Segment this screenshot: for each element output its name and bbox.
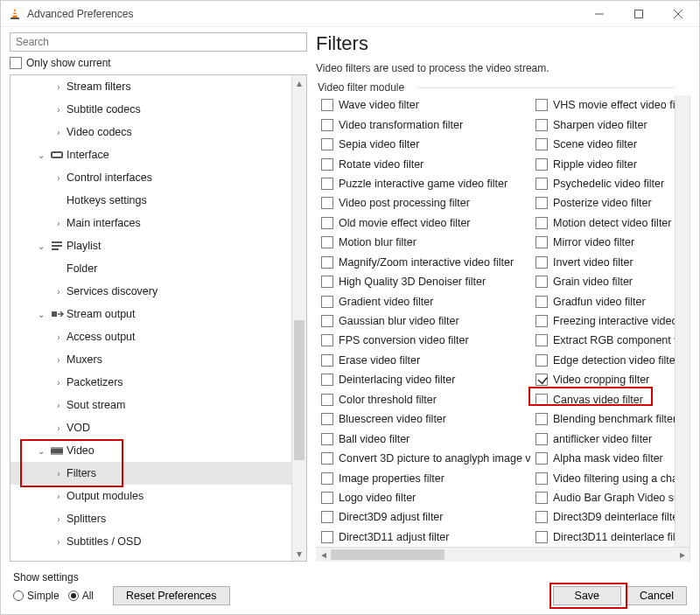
maximize-button[interactable] — [619, 1, 658, 27]
radio-simple[interactable]: Simple — [13, 590, 60, 602]
filter-checkbox[interactable]: Video filtering using a chain — [530, 468, 690, 487]
tree-item-subtitle-codecs[interactable]: ›Subtitle codecs — [10, 98, 291, 121]
checkbox-icon — [536, 119, 548, 131]
tree-item-label: Main interfaces — [66, 217, 141, 229]
tree-item-sout-stream[interactable]: ›Sout stream — [10, 394, 291, 416]
filter-checkbox[interactable]: Scene video filter — [530, 135, 690, 154]
titlebar: Advanced Preferences — [1, 1, 699, 27]
filter-checkbox[interactable]: Image properties filter — [316, 468, 530, 487]
filter-checkbox[interactable]: Logo video filter — [316, 488, 530, 507]
filter-checkbox[interactable]: Grain video filter — [530, 272, 690, 291]
filter-checkbox[interactable]: Direct3D9 adjust filter — [316, 507, 530, 527]
filters-h-scrollbar[interactable]: ◂ ▸ — [316, 547, 690, 562]
tree-scrollbar[interactable]: ▴ ▾ — [291, 75, 306, 561]
tree-item-playlist[interactable]: ⌄Playlist — [10, 234, 291, 257]
filter-checkbox[interactable]: Mirror video filter — [530, 233, 690, 252]
filter-checkbox[interactable]: Bluescreen video filter — [316, 409, 530, 429]
tree-item-interface[interactable]: ⌄Interface — [10, 143, 291, 166]
filter-checkbox[interactable]: Direct3D9 deinterlace filter — [530, 507, 690, 527]
tree-item-hotkeys-settings[interactable]: Hotkeys settings — [10, 189, 291, 212]
tree-item-control-interfaces[interactable]: ›Control interfaces — [10, 166, 291, 189]
checkbox-icon — [536, 354, 548, 367]
filter-checkbox[interactable]: Puzzle interactive game video filter — [316, 174, 530, 193]
filter-checkbox[interactable]: Magnify/Zoom interactive video filter — [316, 253, 530, 272]
scroll-left-icon[interactable]: ◂ — [316, 548, 331, 563]
filter-checkbox[interactable]: Direct3D11 deinterlace filte — [530, 528, 690, 547]
filter-checkbox[interactable]: Invert video filter — [530, 253, 690, 272]
filter-checkbox[interactable]: FPS conversion video filter — [316, 331, 530, 350]
filter-checkbox[interactable]: Wave video filter — [316, 95, 530, 115]
close-button[interactable] — [658, 1, 697, 27]
tree-item-folder[interactable]: Folder — [10, 257, 291, 280]
tree-item-packetizers[interactable]: ›Packetizers — [10, 371, 291, 394]
filter-checkbox[interactable]: Sharpen video filter — [530, 115, 690, 134]
tree-item-vod[interactable]: ›VOD — [10, 416, 291, 439]
filter-checkbox[interactable]: Motion detect video filter — [530, 213, 690, 233]
tree-item-main-interfaces[interactable]: ›Main interfaces — [10, 212, 291, 234]
filters-v-scrollbar[interactable] — [675, 95, 690, 547]
checkbox-icon — [536, 296, 548, 308]
only-show-current-checkbox[interactable]: Only show current — [10, 57, 307, 69]
scrollbar-thumb[interactable] — [294, 320, 304, 460]
filter-checkbox[interactable]: Direct3D11 adjust filter — [316, 528, 530, 547]
filter-checkbox[interactable]: Rotate video filter — [316, 154, 530, 173]
filter-checkbox[interactable]: Convert 3D picture to anaglyph image vid… — [316, 449, 530, 468]
filter-checkbox[interactable]: Deinterlacing video filter — [316, 370, 530, 389]
scroll-up-icon[interactable]: ▴ — [292, 75, 306, 90]
tree-item-output-modules[interactable]: ›Output modules — [10, 485, 291, 507]
tree-item-stream-filters[interactable]: ›Stream filters — [10, 75, 291, 98]
filter-checkbox[interactable]: Gaussian blur video filter — [316, 311, 530, 331]
tree-item-video[interactable]: ⌄Video — [10, 439, 291, 462]
filter-checkbox[interactable]: Psychedelic video filter — [530, 174, 690, 193]
filter-checkbox[interactable]: Old movie effect video filter — [316, 213, 530, 233]
filter-checkbox[interactable]: Audio Bar Graph Video sub s — [530, 488, 690, 507]
scroll-right-icon[interactable]: ▸ — [675, 548, 690, 563]
tree-item-muxers[interactable]: ›Muxers — [10, 348, 291, 371]
filter-checkbox[interactable]: Color threshold filter — [316, 390, 530, 409]
tree-item-video-codecs[interactable]: ›Video codecs — [10, 121, 291, 143]
tree-item-subtitles-osd[interactable]: ›Subtitles / OSD — [10, 530, 291, 553]
filter-checkbox[interactable]: Ripple video filter — [530, 154, 690, 173]
filter-checkbox[interactable]: Sepia video filter — [316, 135, 530, 154]
page-title: Filters — [316, 32, 690, 55]
filter-checkbox[interactable]: Gradient video filter — [316, 291, 530, 311]
filter-checkbox[interactable]: Erase video filter — [316, 351, 530, 370]
tree-item-filters[interactable]: ›Filters — [10, 462, 291, 485]
radio-all[interactable]: All — [68, 590, 94, 602]
tree-item-stream-output[interactable]: ⌄Stream output — [10, 303, 291, 325]
filter-checkbox[interactable]: Blending benchmark filter — [530, 409, 690, 429]
filter-checkbox[interactable]: Video transformation filter — [316, 115, 530, 134]
save-button[interactable]: Save — [553, 586, 622, 605]
reset-preferences-button[interactable]: Reset Preferences — [113, 586, 230, 605]
filter-checkbox[interactable]: Video post processing filter — [316, 193, 530, 213]
filter-checkbox[interactable]: Posterize video filter — [530, 193, 690, 213]
tree-item-label: Control interfaces — [66, 171, 152, 184]
checkbox-icon — [536, 472, 548, 485]
scroll-down-icon[interactable]: ▾ — [292, 546, 306, 561]
filter-checkbox[interactable]: Edge detection video filter — [530, 351, 690, 370]
filter-checkbox[interactable]: High Quality 3D Denoiser filter — [316, 272, 530, 291]
show-settings-label: Show settings — [13, 571, 230, 584]
filter-checkbox[interactable]: Canvas video filter — [530, 390, 690, 409]
search-input[interactable] — [10, 32, 307, 52]
filter-checkbox[interactable]: Video cropping filter — [530, 370, 690, 389]
filter-checkbox[interactable]: Ball video filter — [316, 429, 530, 448]
tree-item-splitters[interactable]: ›Splitters — [10, 507, 291, 530]
minimize-button[interactable] — [579, 1, 619, 27]
radio-icon — [68, 591, 79, 601]
filter-checkbox[interactable]: Freezing interactive video fi — [530, 311, 690, 331]
filter-checkbox[interactable]: Extract RGB component vid — [530, 331, 690, 350]
cancel-button[interactable]: Cancel — [626, 586, 687, 605]
filter-checkbox[interactable]: antiflicker video filter — [530, 429, 690, 448]
filter-label: Psychedelic video filter — [553, 178, 664, 190]
filter-checkbox[interactable]: Motion blur filter — [316, 233, 530, 252]
checkbox-icon — [10, 57, 22, 69]
tree-item-services-discovery[interactable]: ›Services discovery — [10, 280, 291, 303]
filter-checkbox[interactable]: Alpha mask video filter — [530, 449, 690, 468]
filter-checkbox[interactable]: VHS movie effect video filte — [530, 95, 690, 115]
h-scrollbar-thumb[interactable] — [331, 549, 444, 560]
tree-item-access-output[interactable]: ›Access output — [10, 325, 291, 348]
filter-checkbox[interactable]: Gradfun video filter — [530, 291, 690, 311]
caret-icon: › — [54, 219, 63, 228]
caret-icon: › — [54, 469, 63, 479]
